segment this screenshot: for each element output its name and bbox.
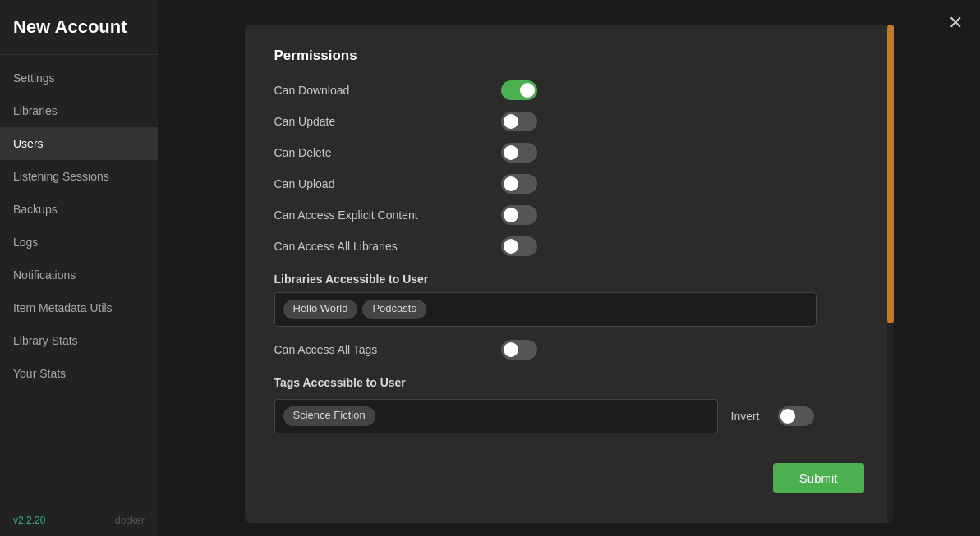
docker-label: docker [115,515,145,526]
libraries-section-label: Libraries Accessible to User [274,273,864,286]
tags-input[interactable]: Science Fiction [274,399,718,433]
section-title: Permissions [274,48,864,64]
main-area: ✕ Permissions Can Download Can Update Ca… [158,0,980,536]
toggle-row-can-download: Can Download [274,80,537,100]
toggle-can-access-explicit[interactable] [501,205,537,225]
toggle-label-can-access-explicit: Can Access Explicit Content [274,208,418,222]
submit-button[interactable]: Submit [773,463,864,493]
toggle-thumb [520,83,535,98]
app-title: New Account [0,0,158,55]
toggle-thumb [780,409,795,424]
library-tag-hello-world[interactable]: Hello World [283,300,358,319]
toggle-thumb [504,176,518,191]
sidebar-item-users[interactable]: Users [0,127,158,160]
toggle-can-access-all-tags[interactable] [501,340,537,360]
sidebar-nav: Settings Libraries Users Listening Sessi… [0,55,158,505]
modal-card: Permissions Can Download Can Update Can … [245,25,894,523]
tags-section: Tags Accessible to User Science Fiction … [274,376,864,433]
toggle-can-download[interactable] [501,80,537,100]
toggle-thumb [504,208,518,222]
toggle-can-upload[interactable] [501,174,537,194]
toggle-row-can-access-all-libraries: Can Access All Libraries [274,236,537,256]
toggle-row-can-upload: Can Upload [274,174,537,194]
toggle-thumb [504,145,518,160]
sidebar-item-notifications[interactable]: Notifications [0,259,158,291]
toggle-row-can-delete: Can Delete [274,143,537,163]
library-tag-podcasts[interactable]: Podcasts [362,300,426,319]
toggle-label-can-download: Can Download [274,84,350,97]
toggle-thumb [504,239,518,254]
toggle-invert[interactable] [778,406,814,426]
libraries-input[interactable]: Hello World Podcasts [274,292,817,327]
version-link[interactable]: v2.2.20 [13,515,45,526]
sidebar-item-your-stats[interactable]: Your Stats [0,357,158,390]
scroll-bar[interactable] [887,25,894,523]
toggle-can-access-all-libraries[interactable] [501,236,537,256]
submit-row: Submit [274,463,864,493]
toggle-can-delete[interactable] [501,143,537,163]
toggle-row-can-access-explicit: Can Access Explicit Content [274,205,537,225]
invert-label: Invert [731,410,760,423]
toggle-can-update[interactable] [501,112,537,131]
toggle-label-can-upload: Can Upload [274,177,335,190]
sidebar: New Account Settings Libraries Users Lis… [0,0,158,536]
sidebar-item-listening-sessions[interactable]: Listening Sessions [0,160,158,193]
toggle-label-can-access-all-libraries: Can Access All Libraries [274,240,398,253]
sidebar-item-settings[interactable]: Settings [0,62,158,94]
sidebar-item-item-metadata-utils[interactable]: Item Metadata Utils [0,291,158,324]
sidebar-item-logs[interactable]: Logs [0,226,158,259]
sidebar-item-libraries[interactable]: Libraries [0,94,158,127]
toggle-label-can-update: Can Update [274,115,336,128]
toggle-label-can-access-all-tags: Can Access All Tags [274,343,378,356]
toggle-row-can-access-all-tags: Can Access All Tags [274,340,537,360]
toggle-thumb [504,342,518,357]
tag-chip-science-fiction[interactable]: Science Fiction [283,406,375,426]
sidebar-item-backups[interactable]: Backups [0,193,158,226]
toggle-label-can-delete: Can Delete [274,146,332,159]
sidebar-item-library-stats[interactable]: Library Stats [0,324,158,357]
close-button[interactable]: ✕ [944,11,967,34]
sidebar-footer: v2.2.20 docker [0,505,158,536]
toggle-row-can-update: Can Update [274,112,537,131]
tags-section-label: Tags Accessible to User [274,376,864,389]
libraries-section: Libraries Accessible to User Hello World… [274,273,864,327]
toggle-thumb [504,114,518,129]
scroll-thumb [887,25,894,323]
tags-row: Science Fiction Invert [274,399,864,433]
